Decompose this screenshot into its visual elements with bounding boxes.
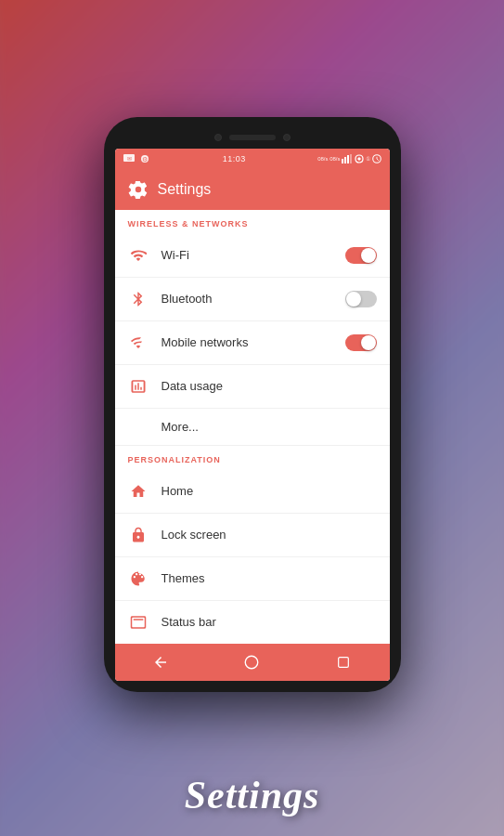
lock-screen-label: Lock screen [162,528,377,542]
status-bar: ✉ ⚙ 11:03 08/s 08/s [115,149,390,169]
home-icon [128,481,149,502]
settings-item-bluetooth[interactable]: Bluetooth [115,278,390,321]
settings-item-data-usage[interactable]: Data usage [115,365,390,409]
svg-rect-7 [350,154,352,163]
svg-text:⚙: ⚙ [142,156,148,163]
status-bar-icon [128,612,149,633]
nav-bar [115,644,390,681]
section-header-wireless: WIRELESS & NETWORKS [115,210,390,234]
svg-point-9 [246,656,259,669]
settings-item-lock-screen[interactable]: Lock screen [115,514,390,557]
back-button[interactable] [149,651,172,673]
phone-camera-right [283,134,291,141]
battery-level: ① [366,156,370,162]
data-speed: 08/s 08/s [317,156,340,162]
wifi-toggle[interactable] [345,247,377,264]
status-left-icons: ✉ ⚙ [123,154,151,163]
more-label: More... [162,420,199,434]
bluetooth-icon [128,289,149,309]
wifi-label: Wi-Fi [162,248,345,262]
settings-item-more[interactable]: More... [115,409,390,446]
themes-label: Themes [162,571,377,585]
home-label: Home [162,484,377,498]
notification-icon-1: ✉ [123,154,136,163]
themes-icon [128,568,149,589]
svg-rect-10 [339,657,349,667]
mobile-networks-icon [128,333,149,353]
mobile-networks-toggle[interactable] [345,334,377,351]
settings-gear-icon [128,179,149,200]
settings-content: WIRELESS & NETWORKS Wi-Fi [115,210,390,644]
bluetooth-label: Bluetooth [162,292,345,306]
app-bar-title: Settings [158,181,212,198]
bottom-settings-label: Settings [185,773,320,817]
settings-item-wifi[interactable]: Wi-Fi [115,234,390,278]
wifi-icon [128,245,149,266]
recents-button[interactable] [332,651,355,673]
status-bar-label: Status bar [162,615,377,629]
bluetooth-toggle[interactable] [345,291,377,307]
svg-rect-5 [344,157,346,163]
lock-screen-icon [128,525,149,545]
data-usage-label: Data usage [162,379,377,393]
status-right-icons: 08/s 08/s ① [317,154,381,163]
svg-rect-6 [347,155,349,163]
svg-rect-4 [342,159,343,163]
phone-speaker [229,135,276,140]
notification-icon-2: ⚙ [138,154,151,163]
phone-top [115,134,390,141]
app-bar: Settings [115,169,390,210]
mobile-networks-label: Mobile networks [162,335,345,349]
data-usage-icon [128,376,149,397]
phone-frame: ✉ ⚙ 11:03 08/s 08/s [104,117,401,692]
settings-item-themes[interactable]: Themes [115,557,390,601]
settings-item-mobile-networks[interactable]: Mobile networks [115,321,390,365]
screen: ✉ ⚙ 11:03 08/s 08/s [115,149,390,681]
settings-item-status-bar[interactable]: Status bar [115,601,390,644]
phone-camera [214,134,222,141]
settings-item-home[interactable]: Home [115,470,390,514]
status-time: 11:03 [223,154,246,163]
svg-text:✉: ✉ [126,156,131,162]
section-header-personalization: PERSONALIZATION [115,446,390,470]
home-button[interactable] [240,651,263,673]
